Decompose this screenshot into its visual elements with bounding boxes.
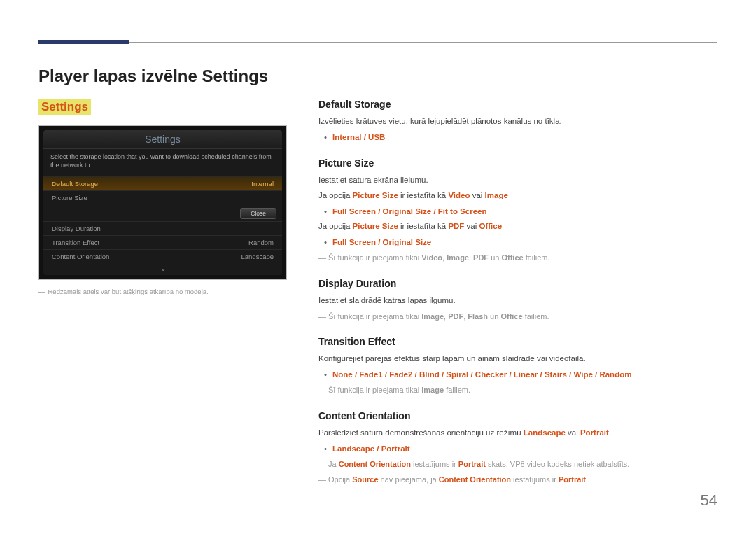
option-list: Internal / USB bbox=[324, 131, 718, 143]
body-text: Ja opcija Picture Size ir iestatīta kā P… bbox=[318, 220, 718, 233]
body-text: Izvēlieties krātuves vietu, kurā lejupie… bbox=[318, 115, 718, 128]
screenshot-row: Content Orientation Landscape bbox=[43, 249, 282, 263]
screenshot-row-label: Picture Size bbox=[52, 194, 88, 202]
screenshot-image: Settings Select the storage location tha… bbox=[38, 125, 287, 280]
close-button: Close bbox=[240, 208, 276, 219]
note: Ja Content Orientation iestatījums ir Po… bbox=[318, 458, 718, 470]
screenshot-row: Picture Size Close bbox=[43, 190, 282, 221]
heading-content-orientation: Content Orientation bbox=[318, 410, 718, 421]
top-bar-accent bbox=[38, 40, 130, 44]
note: Opcija Source nav pieejama, ja Content O… bbox=[318, 474, 718, 486]
note: Šī funkcija ir pieejama tikai Image, PDF… bbox=[318, 311, 718, 323]
screenshot-title: Settings bbox=[43, 130, 282, 149]
heading-display-duration: Display Duration bbox=[318, 278, 718, 289]
note: Šī funkcija ir pieejama tikai Video, Ima… bbox=[318, 252, 718, 264]
heading-transition-effect: Transition Effect bbox=[318, 336, 718, 347]
screenshot-row-label: Default Storage bbox=[52, 180, 98, 188]
body-text: Ja opcija Picture Size ir iestatīta kā V… bbox=[318, 190, 718, 202]
screenshot-row-value: Internal bbox=[251, 180, 274, 188]
screenshot-row: Transition Effect Random bbox=[43, 235, 282, 249]
note: Šī funkcija ir pieejama tikai Image fail… bbox=[318, 384, 718, 396]
screenshot-row: Display Duration bbox=[43, 221, 282, 235]
option-list: None / Fade1 / Fade2 / Blind / Spiral / … bbox=[324, 368, 718, 381]
screenshot-row: Default Storage Internal bbox=[43, 176, 282, 190]
page-number: 54 bbox=[701, 491, 718, 510]
chevron-down-icon: ⌄ bbox=[43, 263, 282, 275]
screenshot-caption: ―Redzamais attēls var būt atšķirīgs atka… bbox=[38, 287, 287, 296]
screenshot-row-label: Transition Effect bbox=[52, 239, 99, 246]
screenshot-row-label: Content Orientation bbox=[52, 253, 109, 260]
screenshot-row-label: Display Duration bbox=[52, 225, 101, 232]
screenshot-description: Select the storage location that you wan… bbox=[43, 149, 282, 176]
heading-picture-size: Picture Size bbox=[318, 157, 718, 169]
option-list: Full Screen / Original Size / Fit to Scr… bbox=[324, 205, 718, 218]
body-text: Konfigurējiet pārejas efektus starp lapā… bbox=[318, 353, 718, 365]
option-list: Landscape / Portrait bbox=[324, 442, 718, 455]
top-rule bbox=[38, 42, 718, 43]
body-text: Pārslēdziet satura demonstrēšanas orient… bbox=[318, 427, 718, 440]
body-text: Iestatiet slaidrādē katras lapas ilgumu. bbox=[318, 295, 718, 307]
screenshot-row-value: Random bbox=[248, 239, 274, 246]
body-text: Iestatiet satura ekrāna lielumu. bbox=[318, 174, 718, 187]
section-label: Settings bbox=[38, 99, 91, 115]
page-title: Player lapas izvēlne Settings bbox=[38, 66, 718, 86]
heading-default-storage: Default Storage bbox=[318, 99, 718, 110]
option-list: Full Screen / Original Size bbox=[324, 236, 718, 248]
screenshot-row-value: Landscape bbox=[241, 253, 274, 260]
